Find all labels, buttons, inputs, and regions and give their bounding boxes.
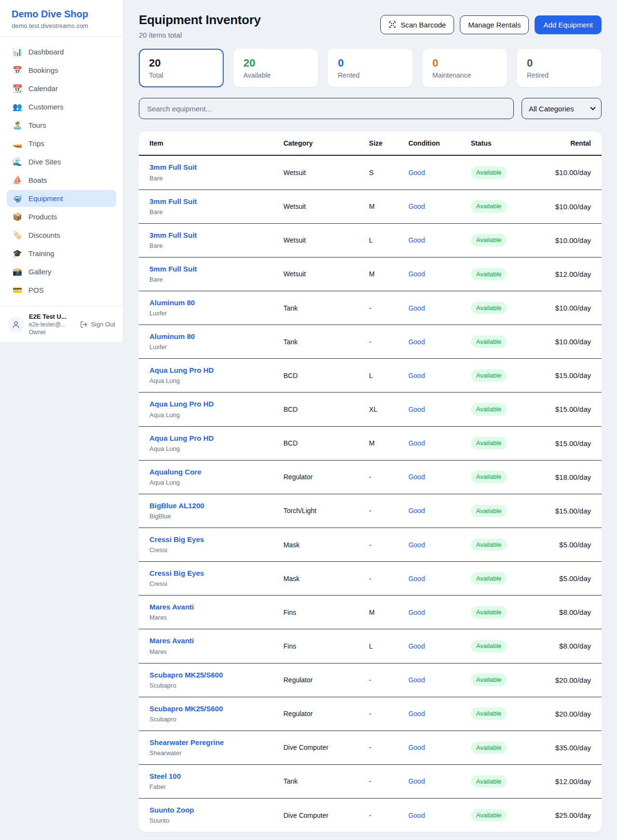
item-link-mares-avanti[interactable]: Mares Avanti <box>149 636 194 646</box>
stat-value: 0 <box>338 57 402 69</box>
item-link-3mm-full-suit[interactable]: 3mm Full Suit <box>149 197 197 206</box>
table-row-bigblue-al1200[interactable]: BigBlue AL1200 BigBlue Torch/Light - Goo… <box>139 494 602 528</box>
table-row-aluminum-80[interactable]: Aluminum 80 Luxfer Tank - Good Available… <box>139 291 602 325</box>
manage-rentals-button[interactable]: Manage Rentals <box>460 15 529 34</box>
condition-link[interactable]: Good <box>408 203 425 210</box>
condition-link[interactable]: Good <box>408 304 425 312</box>
condition-link[interactable]: Good <box>408 473 425 481</box>
stat-cards: 20 Total 20 Available 0 Rented 0 Mainten… <box>139 49 602 87</box>
table-row-shearwater-peregrine[interactable]: Shearwater Peregrine Shearwater Dive Com… <box>139 731 602 764</box>
condition-link[interactable]: Good <box>408 439 425 447</box>
sidebar-item-label: Discounts <box>28 231 60 239</box>
rental-cell: $15.00/day <box>537 494 602 528</box>
table-row-3mm-full-suit[interactable]: 3mm Full Suit Bare Wetsuit M Good Availa… <box>139 190 602 223</box>
stat-card-maintenance[interactable]: 0 Maintenance <box>422 49 507 87</box>
item-link-3mm-full-suit[interactable]: 3mm Full Suit <box>149 230 197 240</box>
category-cell: BCD <box>278 359 363 393</box>
table-row-5mm-full-suit[interactable]: 5mm Full Suit Bare Wetsuit M Good Availa… <box>139 257 602 291</box>
item-link-aqualung-core[interactable]: Aqualung Core <box>149 467 201 477</box>
table-row-aqua-lung-pro-hd[interactable]: Aqua Lung Pro HD Aqua Lung BCD L Good Av… <box>139 359 602 393</box>
stat-card-retired[interactable]: 0 Retired <box>517 49 602 87</box>
table-row-scubapro-mk25-s600[interactable]: Scubapro MK25/S600 Scubapro Regulator - … <box>139 663 602 697</box>
item-link-cressi-big-eyes[interactable]: Cressi Big Eyes <box>149 569 204 578</box>
item-link-aqua-lung-pro-hd[interactable]: Aqua Lung Pro HD <box>149 366 214 375</box>
condition-link[interactable]: Good <box>408 169 425 176</box>
sidebar-item-dive-sites[interactable]: 🌊 Dive Sites <box>7 153 116 170</box>
shop-name[interactable]: Demo Dive Shop <box>12 9 111 20</box>
status-badge: Available <box>471 742 507 754</box>
item-link-steel-100[interactable]: Steel 100 <box>149 772 181 781</box>
condition-link[interactable]: Good <box>408 676 425 684</box>
table-row-mares-avanti[interactable]: Mares Avanti Mares Fins M Good Available… <box>139 596 602 629</box>
condition-link[interactable]: Good <box>408 777 425 785</box>
condition-link[interactable]: Good <box>408 507 425 515</box>
sidebar-item-calendar[interactable]: 📆 Calendar <box>7 80 116 97</box>
condition-link[interactable]: Good <box>408 270 425 278</box>
item-brand: Cressi <box>149 546 272 555</box>
table-row-aluminum-80[interactable]: Aluminum 80 Luxfer Tank - Good Available… <box>139 325 602 359</box>
brand: Demo Dive Shop demo.test.divestreams.com <box>0 0 123 37</box>
condition-link[interactable]: Good <box>408 236 425 244</box>
item-link-mares-avanti[interactable]: Mares Avanti <box>149 602 194 612</box>
condition-link[interactable]: Good <box>408 744 425 751</box>
item-link-aluminum-80[interactable]: Aluminum 80 <box>149 332 195 341</box>
condition-link[interactable]: Good <box>408 710 425 718</box>
stat-label: Available <box>243 71 308 79</box>
item-link-scubapro-mk25-s600[interactable]: Scubapro MK25/S600 <box>149 670 223 680</box>
condition-link[interactable]: Good <box>408 575 425 583</box>
table-row-cressi-big-eyes[interactable]: Cressi Big Eyes Cressi Mask - Good Avail… <box>139 528 602 561</box>
sidebar-item-customers[interactable]: 👥 Customers <box>7 98 116 115</box>
sidebar-item-tours[interactable]: 🏝️ Tours <box>7 117 116 134</box>
stat-card-rented[interactable]: 0 Rented <box>328 49 413 87</box>
table-row-aqua-lung-pro-hd[interactable]: Aqua Lung Pro HD Aqua Lung BCD XL Good A… <box>139 393 602 426</box>
stat-card-available[interactable]: 20 Available <box>233 49 318 87</box>
stat-label: Maintenance <box>432 71 497 79</box>
item-link-3mm-full-suit[interactable]: 3mm Full Suit <box>149 163 197 172</box>
item-link-suunto-zoop[interactable]: Suunto Zoop <box>149 805 194 815</box>
item-link-5mm-full-suit[interactable]: 5mm Full Suit <box>149 264 197 274</box>
add-equipment-button[interactable]: Add Equipment <box>535 15 602 34</box>
table-row-aqualung-core[interactable]: Aqualung Core Aqua Lung Regulator - Good… <box>139 460 602 494</box>
table-row-3mm-full-suit[interactable]: 3mm Full Suit Bare Wetsuit L Good Availa… <box>139 223 602 257</box>
sidebar-item-pos[interactable]: 💳 POS <box>7 282 116 298</box>
item-link-scubapro-mk25-s600[interactable]: Scubapro MK25/S600 <box>149 704 223 714</box>
table-row-suunto-zoop[interactable]: Suunto Zoop Suunto Dive Computer - Good … <box>139 799 602 832</box>
sidebar-item-training[interactable]: 🎓 Training <box>7 245 116 262</box>
condition-link[interactable]: Good <box>408 812 425 819</box>
sidebar-item-dashboard[interactable]: 📊 Dashboard <box>7 43 116 60</box>
condition-link[interactable]: Good <box>408 406 425 413</box>
item-brand: Bare <box>149 276 272 284</box>
col-category: Category <box>278 132 363 155</box>
condition-link[interactable]: Good <box>408 372 425 379</box>
search-input[interactable] <box>139 98 514 119</box>
sidebar-item-products[interactable]: 📦 Products <box>7 208 116 225</box>
table-row-aqua-lung-pro-hd[interactable]: Aqua Lung Pro HD Aqua Lung BCD M Good Av… <box>139 426 602 460</box>
condition-link[interactable]: Good <box>408 338 425 346</box>
table-row-scubapro-mk25-s600[interactable]: Scubapro MK25/S600 Scubapro Regulator - … <box>139 697 602 731</box>
condition-link[interactable]: Good <box>408 642 425 650</box>
table-row-3mm-full-suit[interactable]: 3mm Full Suit Bare Wetsuit S Good Availa… <box>139 155 602 190</box>
table-row-mares-avanti[interactable]: Mares Avanti Mares Fins L Good Available… <box>139 629 602 663</box>
sidebar-item-equipment[interactable]: 🤿 Equipment <box>7 190 116 207</box>
scan-barcode-button[interactable]: Scan Barcode <box>380 15 454 34</box>
sidebar-item-boats[interactable]: ⛵ Boats <box>7 172 116 189</box>
item-link-aqua-lung-pro-hd[interactable]: Aqua Lung Pro HD <box>149 399 214 409</box>
item-link-bigblue-al1200[interactable]: BigBlue AL1200 <box>149 501 204 511</box>
item-link-aqua-lung-pro-hd[interactable]: Aqua Lung Pro HD <box>149 434 214 443</box>
table-row-steel-100[interactable]: Steel 100 Faber Tank - Good Available $1… <box>139 764 602 798</box>
sign-out-button[interactable]: Sign Out <box>80 321 115 328</box>
item-link-shearwater-peregrine[interactable]: Shearwater Peregrine <box>149 738 224 747</box>
category-select[interactable]: All Categories <box>522 98 602 119</box>
sidebar-item-discounts[interactable]: 🏷️ Discounts <box>7 227 116 244</box>
sidebar-item-gallery[interactable]: 📸 Gallery <box>7 263 116 280</box>
item-link-cressi-big-eyes[interactable]: Cressi Big Eyes <box>149 535 204 544</box>
sidebar-item-trips[interactable]: 🚤 Trips <box>7 135 116 152</box>
stat-value: 0 <box>527 57 591 69</box>
condition-link[interactable]: Good <box>408 609 425 616</box>
stat-card-total[interactable]: 20 Total <box>139 49 224 87</box>
sidebar-item-bookings[interactable]: 📅 Bookings <box>7 62 116 79</box>
item-link-aluminum-80[interactable]: Aluminum 80 <box>149 298 195 308</box>
condition-link[interactable]: Good <box>408 541 425 549</box>
sidebar: Demo Dive Shop demo.test.divestreams.com… <box>0 0 123 343</box>
table-row-cressi-big-eyes[interactable]: Cressi Big Eyes Cressi Mask - Good Avail… <box>139 562 602 596</box>
